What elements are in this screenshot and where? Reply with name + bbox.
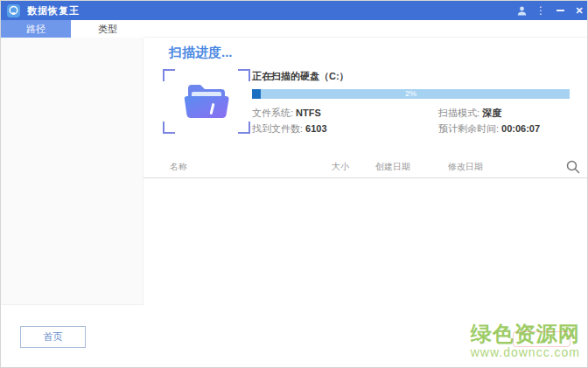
scan-frame-corner	[238, 122, 250, 134]
watermark-site-url: www.downcc.com	[471, 345, 580, 359]
stat-label: 扫描模式:	[438, 108, 480, 118]
scanning-folder-illustration	[163, 69, 250, 134]
folder-tree-panel[interactable]	[1, 38, 144, 305]
stat-label: 文件系统:	[252, 108, 293, 118]
folder-icon	[182, 80, 231, 122]
stat-files-found: 找到文件数:6103	[252, 122, 327, 135]
close-icon[interactable]: ✕	[570, 1, 588, 20]
scan-progress-bar: 2%	[252, 89, 570, 99]
progress-percent-label: 2%	[252, 89, 570, 99]
scanning-target-label: 正在扫描的硬盘（C:）	[252, 70, 349, 83]
tab-type[interactable]: 类型	[71, 20, 144, 38]
stat-value: 深度	[482, 108, 501, 118]
titlebar: 数据恢复王 ⋮ ✕	[1, 1, 588, 20]
stat-value: NTFS	[296, 108, 321, 118]
column-header-created[interactable]: 创建日期	[375, 161, 410, 173]
stat-value: 6103	[305, 123, 326, 134]
tab-bar: 路径 类型	[1, 20, 588, 38]
window-title: 数据恢复王	[27, 4, 80, 17]
stat-scan-mode: 扫描模式:深度	[438, 107, 501, 120]
table-header-divider	[144, 177, 587, 178]
stat-time-remaining: 预计剩余时间:00:06:07	[438, 122, 540, 135]
stat-file-system: 文件系统:NTFS	[252, 107, 321, 120]
column-header-modified[interactable]: 修改日期	[448, 161, 483, 173]
scan-frame-corner	[163, 122, 175, 134]
tab-path[interactable]: 路径	[1, 20, 71, 38]
watermark-site-name: 绿色资源网	[471, 323, 580, 345]
column-header-size[interactable]: 大小	[332, 161, 349, 173]
home-button-label: 首页	[44, 330, 63, 344]
tab-type-label: 类型	[98, 23, 117, 36]
tab-path-label: 路径	[26, 23, 46, 36]
minimize-icon[interactable]	[550, 1, 570, 20]
search-icon[interactable]	[565, 159, 581, 175]
watermark: 绿色资源网 www.downcc.com	[471, 323, 580, 359]
stat-value: 00:06:07	[501, 123, 540, 134]
kebab-menu-icon[interactable]: ⋮	[531, 1, 550, 20]
home-button[interactable]: 首页	[20, 326, 86, 348]
stat-label: 找到文件数:	[252, 123, 303, 134]
user-icon[interactable]	[512, 1, 531, 20]
scan-frame-corner	[238, 69, 250, 81]
scan-frame-corner	[163, 69, 175, 81]
stat-label: 预计剩余时间:	[438, 123, 499, 134]
watermark-stamp	[513, 331, 570, 347]
app-logo-icon	[7, 4, 20, 17]
scan-progress-heading: 扫描进度...	[169, 45, 233, 61]
app-window: 数据恢复王 ⋮ ✕ 路径 类型 扫描进度...	[0, 0, 588, 368]
column-header-name[interactable]: 名称	[170, 161, 187, 173]
